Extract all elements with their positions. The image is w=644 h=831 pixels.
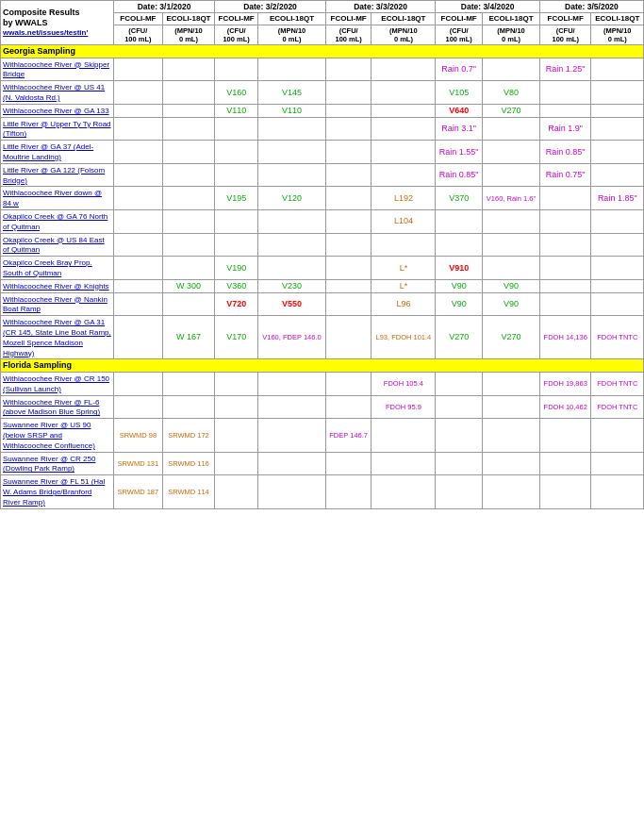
ecoli-18qt-4: ECOLI-18QT [483,13,540,25]
georgia-section-header: Georgia Sampling [1,44,644,58]
unit-cfu-1: (CFU/100 mL) [114,25,163,44]
table-row: Withlacoochee River @ Skipper Bridge Rai… [1,58,644,81]
site-name: Little River @ GA 37 (Adel-Moultrie Land… [1,141,114,164]
fcoli-mf-1: FCOLI-MF [114,13,163,25]
site-name: Little River @ Upper Ty Ty Road (Tifton) [1,117,114,141]
site-name: Withlacoochee River @ CR 150 (Sullivan L… [1,373,114,396]
table-row: Little River @ GA 122 (Folsom Bridge) Ra… [1,163,644,187]
site-name: Okapilco Creek @ US 84 East of Quitman [1,233,114,257]
table-row: Withlacoochee River @ GA 31 (CR 145, Sta… [1,316,644,359]
fcoli-mf-5: FCOLI-MF [539,13,591,25]
site-name: Suwannee River @ FL 51 (Hal W. Adams Bri… [1,475,114,508]
by-wwals: by WWALS [3,18,111,28]
unit-mpn-1: (MPN/100 mL) [162,25,214,44]
date-5: Date: 3/5/2020 [539,1,643,13]
table-row: Okapilco Creek @ GA 76 North of Quitman … [1,209,644,233]
table-row: Suwannee River @ US 90 (below SRSP and W… [1,419,644,452]
site-name: Suwannee River @ US 90 (below SRSP and W… [1,419,114,452]
unit-cfu-2: (CFU/100 mL) [215,25,258,44]
site-name: Little River @ GA 122 (Folsom Bridge) [1,163,114,187]
table-row: Little River @ Upper Ty Ty Road (Tifton)… [1,117,644,141]
table-row: Okapilco Creek Bray Prop. South of Quitm… [1,257,644,280]
table-row: Withlacoochee River down @ 84 w V195 V12… [1,187,644,210]
ecoli-18qt-5: ECOLI-18QT [591,13,644,25]
site-name: Withlacoochee River @ GA 31 (CR 145, Sta… [1,316,114,359]
site-name: Okapilco Creek @ GA 76 North of Quitman [1,209,114,233]
fcoli-mf-2: FCOLI-MF [215,13,258,25]
composite-title: Composite Results [3,8,111,18]
table-row: Withlacoochee River @ US 41 (N. Valdosta… [1,81,644,105]
site-name: Withlacoochee River @ Nankin Boat Ramp [1,292,114,316]
date-3: Date: 3/3/2020 [325,1,435,13]
site-knights: Withlacoochee River @ Knights [1,279,114,292]
table-row: Withlacoochee River @ GA 133 V110 V110 V… [1,104,644,117]
site-name: Withlacoochee River @ US 41 (N. Valdosta… [1,81,114,105]
table-row: Okapilco Creek @ US 84 East of Quitman [1,233,644,257]
unit-mpn-2: (MPN/100 mL) [258,25,326,44]
table-row: Withlacoochee River @ FL-6 (above Madiso… [1,395,644,419]
ecoli-18qt-3: ECOLI-18QT [372,13,436,25]
georgia-sampling-label: Georgia Sampling [1,44,644,58]
date-2: Date: 3/2/2020 [215,1,326,13]
table-row: Withlacoochee River @ Nankin Boat Ramp V… [1,292,644,316]
site-name: Withlacoochee River down @ 84 w [1,187,114,210]
unit-cfu-5: (CFU/100 mL) [539,25,591,44]
ecoli-18qt-1: ECOLI-18QT [162,13,214,25]
site-name: Withlacoochee River @ Skipper Bridge [1,58,114,81]
fcoli-mf-3: FCOLI-MF [325,13,372,25]
fcoli-mf-4: FCOLI-MF [436,13,483,25]
date-4: Date: 3/4/2020 [436,1,540,13]
unit-cfu-3: (CFU/100 mL) [325,25,372,44]
title-cell: Composite Results by WWALS wwals.net/iss… [1,1,114,45]
table-row: Suwannee River @ CR 250 (Dowling Park Ra… [1,452,644,475]
florida-sampling-label: Florida Sampling [1,359,644,373]
table-row: Withlacoochee River @ CR 150 (Sullivan L… [1,373,644,396]
composite-results-table: Composite Results by WWALS wwals.net/iss… [0,0,644,509]
site-name: Withlacoochee River @ FL-6 (above Madiso… [1,395,114,419]
table-row: Suwannee River @ FL 51 (Hal W. Adams Bri… [1,475,644,508]
unit-cfu-4: (CFU/100 mL) [436,25,483,44]
unit-mpn-5: (MPN/100 mL) [591,25,644,44]
table-row: Little River @ GA 37 (Adel-Moultrie Land… [1,141,644,164]
wwals-link[interactable]: wwals.net/issues/testin' [3,28,111,38]
site-name: Okapilco Creek Bray Prop. South of Quitm… [1,257,114,280]
table-row: Withlacoochee River @ Knights W 300 V360… [1,279,644,292]
unit-mpn-4: (MPN/100 mL) [483,25,540,44]
ecoli-18qt-2: ECOLI-18QT [258,13,326,25]
site-name: Withlacoochee River @ GA 133 [1,104,114,117]
date-1: Date: 3/1/2020 [114,1,215,13]
florida-section-header: Florida Sampling [1,359,644,373]
site-name: Suwannee River @ CR 250 (Dowling Park Ra… [1,452,114,475]
unit-mpn-3: (MPN/100 mL) [372,25,436,44]
